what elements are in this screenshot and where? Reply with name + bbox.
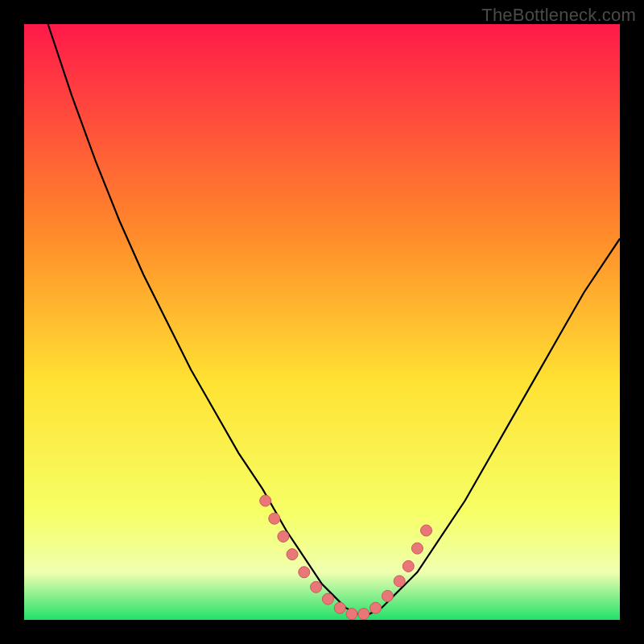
marker-point <box>334 602 345 613</box>
marker-point <box>382 590 393 601</box>
marker-point <box>370 602 382 613</box>
marker-point <box>358 609 369 620</box>
plot-area <box>24 24 620 620</box>
watermark-text: TheBottleneck.com <box>481 5 636 26</box>
marker-point <box>269 513 280 524</box>
marker-point <box>299 567 310 578</box>
marker-point <box>394 576 405 587</box>
marker-point <box>402 560 414 572</box>
marker-point <box>311 581 322 592</box>
gradient-bg <box>24 24 620 620</box>
marker-point <box>278 530 289 542</box>
marker-point <box>346 609 357 620</box>
marker-point <box>421 525 432 536</box>
chart-svg <box>24 24 620 620</box>
marker-point <box>322 593 333 605</box>
outer-frame: TheBottleneck.com <box>0 0 644 644</box>
marker-point <box>260 495 271 506</box>
marker-point <box>287 549 298 560</box>
marker-point <box>411 543 423 554</box>
